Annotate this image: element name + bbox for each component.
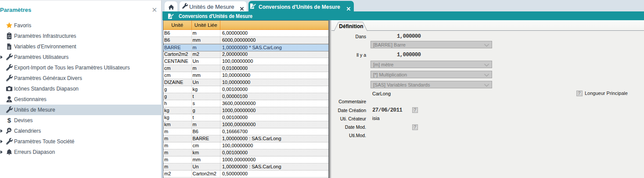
svg-text:$: $: [7, 117, 11, 124]
